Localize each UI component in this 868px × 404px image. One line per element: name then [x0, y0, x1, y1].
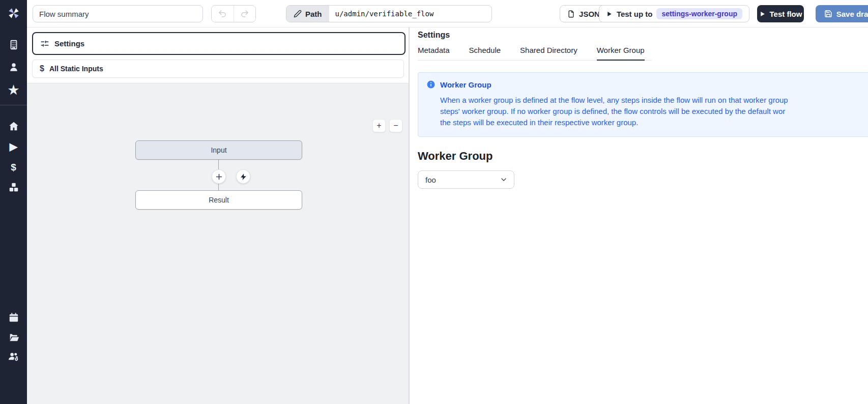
worker-group-select[interactable]: foo	[418, 170, 514, 189]
input-node[interactable]: Input	[135, 140, 302, 160]
star-icon[interactable]: ★	[0, 81, 27, 99]
info-icon	[426, 80, 436, 89]
path-group: Path u/admin/verifiable_flow	[286, 5, 492, 22]
home-icon[interactable]	[0, 117, 27, 135]
play-white-icon	[759, 11, 766, 17]
dollar-icon[interactable]: $	[0, 158, 27, 176]
info-box-text: When a worker group is defined at the fl…	[440, 95, 868, 128]
folder-open-icon[interactable]	[0, 328, 27, 347]
flow-editor-app: ★ ▶ $	[0, 0, 868, 404]
plus-icon	[215, 173, 223, 181]
save-draft-label: Save draft	[836, 10, 868, 18]
undo-icon	[218, 9, 227, 18]
undo-button[interactable]	[212, 6, 234, 22]
windmill-logo-icon[interactable]	[0, 5, 27, 21]
redo-icon	[240, 9, 249, 18]
trigger-button[interactable]	[236, 169, 250, 184]
save-draft-button[interactable]: Save draft	[816, 5, 868, 22]
all-static-inputs-item[interactable]: $ All Static Inputs	[32, 60, 404, 78]
test-up-to-label: Test up to	[617, 10, 653, 18]
left-rail: ★ ▶ $	[0, 0, 27, 404]
worker-group-badge: settings-worker-group	[656, 8, 742, 19]
zoom-in-button[interactable]: +	[372, 119, 386, 132]
test-flow-label: Test flow	[770, 10, 802, 18]
tab-shared-directory[interactable]: Shared Directory	[520, 46, 577, 60]
settings-panel: Settings Metadata Schedule Shared Direct…	[410, 27, 868, 404]
info-box-title: Worker Group	[440, 80, 491, 89]
info-line-1: When a worker group is defined at the fl…	[440, 95, 868, 106]
tab-metadata[interactable]: Metadata	[418, 46, 450, 60]
building-icon[interactable]	[0, 36, 27, 54]
json-button-label: JSON	[579, 10, 600, 18]
worker-group-info-box: Worker Group When a worker group is defi…	[418, 72, 868, 137]
play-icon[interactable]: ▶	[0, 137, 27, 156]
sliders-icon	[40, 39, 49, 48]
zoom-out-button[interactable]: −	[389, 119, 402, 132]
panel-divider[interactable]	[409, 27, 410, 404]
result-node[interactable]: Result	[135, 190, 302, 210]
rail-divider	[0, 105, 27, 105]
users-gear-icon[interactable]	[0, 347, 27, 365]
path-value[interactable]: u/admin/verifiable_flow	[329, 10, 440, 18]
info-line-2: steps' worker group. If no worker group …	[440, 106, 868, 117]
flow-summary-input[interactable]	[33, 5, 203, 22]
user-icon[interactable]	[0, 58, 27, 76]
worker-group-section-title: Worker Group	[418, 150, 868, 163]
cubes-icon[interactable]	[0, 178, 27, 196]
test-up-to-button[interactable]: Test up to settings-worker-group	[599, 5, 749, 22]
info-line-3: the steps will be executed in their resp…	[440, 117, 868, 128]
settings-title: Settings	[418, 31, 868, 40]
path-edit-button[interactable]: Path	[286, 6, 329, 22]
tab-schedule[interactable]: Schedule	[469, 46, 501, 60]
chevron-down-icon	[500, 176, 508, 184]
test-flow-button[interactable]: Test flow	[757, 5, 804, 22]
save-icon	[824, 10, 832, 18]
dollar-sign-icon: $	[40, 64, 44, 73]
lightning-icon	[240, 173, 247, 181]
flow-canvas[interactable]: + − Input Result	[27, 83, 409, 404]
settings-tabs: Metadata Schedule Shared Directory Worke…	[418, 46, 652, 61]
file-icon	[567, 10, 575, 18]
add-step-button[interactable]	[212, 169, 226, 184]
tab-worker-group[interactable]: Worker Group	[597, 46, 645, 61]
calendar-icon[interactable]	[0, 308, 27, 327]
undo-redo-group	[211, 5, 256, 22]
all-static-inputs-label: All Static Inputs	[49, 65, 103, 73]
info-box-header: Worker Group	[426, 80, 868, 89]
topbar: Path u/admin/verifiable_flow JSON Test u…	[27, 0, 868, 27]
flow-settings-label: Settings	[54, 39, 84, 48]
pencil-icon	[294, 10, 302, 18]
flow-settings-item[interactable]: Settings	[32, 32, 406, 55]
play-small-icon	[606, 11, 613, 17]
redo-button[interactable]	[234, 6, 255, 22]
worker-group-select-value: foo	[425, 176, 436, 184]
path-label: Path	[305, 10, 322, 18]
flow-editor-panel: Settings $ All Static Inputs + − Input R…	[27, 27, 409, 404]
